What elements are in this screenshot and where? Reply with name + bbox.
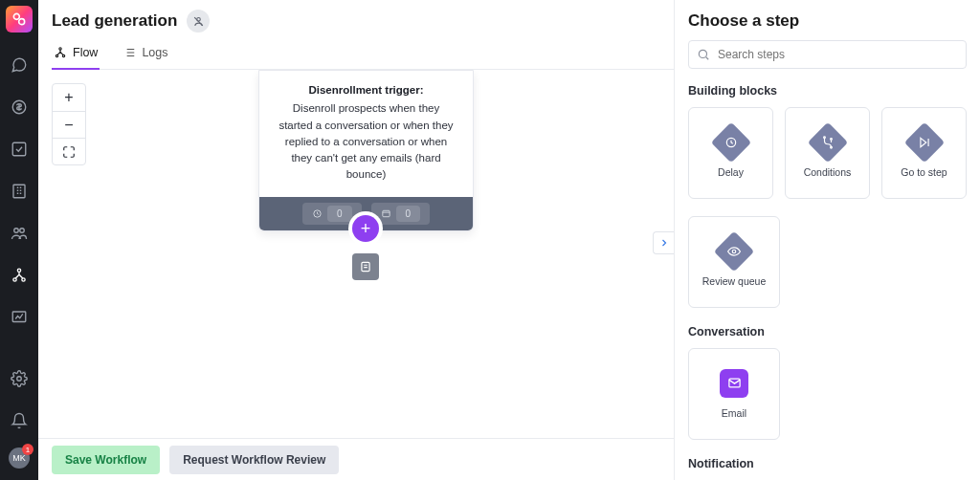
nav-notifications[interactable] xyxy=(0,400,38,442)
user-avatar[interactable]: MK 1 xyxy=(9,447,30,469)
zoom-controls: + − xyxy=(52,83,86,165)
svg-rect-4 xyxy=(13,185,25,198)
step-tile-goto[interactable]: Go to step xyxy=(881,107,967,199)
mail-icon xyxy=(727,376,742,392)
tab-flow-label: Flow xyxy=(73,46,98,59)
step-tile-conditions[interactable]: Conditions xyxy=(785,107,870,199)
clock-icon xyxy=(724,136,738,149)
svg-point-6 xyxy=(20,229,25,233)
svg-rect-17 xyxy=(382,210,389,216)
svg-point-0 xyxy=(13,13,19,19)
trigger-title: Disenrollment trigger: xyxy=(275,82,457,98)
svg-point-23 xyxy=(830,139,832,141)
section-building-blocks: Building blocks xyxy=(688,84,967,98)
svg-point-19 xyxy=(699,50,706,57)
avatar-initials: MK xyxy=(12,453,26,463)
skip-icon xyxy=(918,136,931,149)
tile-label: Review queue xyxy=(702,275,767,287)
app-logo[interactable] xyxy=(6,6,33,33)
nav-companies[interactable] xyxy=(0,170,38,212)
nav-analytics[interactable] xyxy=(0,296,38,338)
tab-logs[interactable]: Logs xyxy=(121,46,169,69)
avatar-badge: 1 xyxy=(22,444,33,455)
search-steps-input[interactable] xyxy=(688,40,967,69)
step-tile-review-queue[interactable]: Review queue xyxy=(688,216,780,308)
tile-label: Conditions xyxy=(804,166,852,178)
nav-workflows[interactable] xyxy=(0,254,38,296)
svg-point-15 xyxy=(62,55,64,56)
tile-label: Email xyxy=(722,407,746,419)
page-title: Lead generation xyxy=(52,11,177,31)
svg-point-24 xyxy=(732,250,736,253)
panel-search xyxy=(688,40,967,69)
svg-rect-3 xyxy=(12,142,26,156)
step-tile-delay[interactable]: Delay xyxy=(688,107,773,199)
zoom-out-button[interactable]: − xyxy=(53,111,85,138)
nav-people[interactable] xyxy=(0,212,38,254)
tile-label: Delay xyxy=(718,166,744,178)
tile-label: Go to step xyxy=(901,166,947,178)
workflow-status-chip[interactable] xyxy=(187,10,210,33)
add-step-button[interactable]: + xyxy=(352,215,379,242)
svg-point-7 xyxy=(17,269,20,272)
end-node[interactable] xyxy=(352,253,379,280)
trigger-badge-steps: 0 xyxy=(371,203,431,225)
tab-flow[interactable]: Flow xyxy=(52,46,100,69)
svg-point-13 xyxy=(59,48,61,50)
zoom-in-button[interactable]: + xyxy=(53,84,85,111)
tab-logs-label: Logs xyxy=(142,46,167,59)
panel-collapse-button[interactable] xyxy=(653,231,674,254)
section-notification: Notification xyxy=(688,457,967,470)
save-workflow-button[interactable]: Save Workflow xyxy=(52,446,160,474)
section-conversation: Conversation xyxy=(688,325,967,338)
svg-point-5 xyxy=(14,229,19,233)
nav-settings[interactable] xyxy=(0,358,38,400)
search-icon xyxy=(697,48,710,61)
svg-point-14 xyxy=(56,55,57,56)
nav-tasks[interactable] xyxy=(0,128,38,170)
branch-icon xyxy=(821,136,835,149)
left-nav-rail: MK 1 xyxy=(0,0,38,480)
request-review-button[interactable]: Request Workflow Review xyxy=(169,446,339,474)
trigger-node[interactable]: Disenrollment trigger: Disenroll prospec… xyxy=(258,70,474,231)
svg-point-11 xyxy=(17,377,22,382)
trigger-description: Disenroll prospects when they started a … xyxy=(275,100,457,183)
trigger-badge-delay: 0 xyxy=(302,203,362,225)
svg-point-1 xyxy=(19,19,25,25)
step-tile-email[interactable]: Email xyxy=(688,348,780,440)
nav-conversations[interactable] xyxy=(0,44,38,86)
nav-billing[interactable] xyxy=(0,86,38,128)
eye-icon xyxy=(727,245,741,258)
zoom-fit-button[interactable] xyxy=(53,138,85,164)
step-chooser-panel: Choose a step Building blocks Delay Cond… xyxy=(674,0,980,480)
panel-title: Choose a step xyxy=(675,0,980,40)
